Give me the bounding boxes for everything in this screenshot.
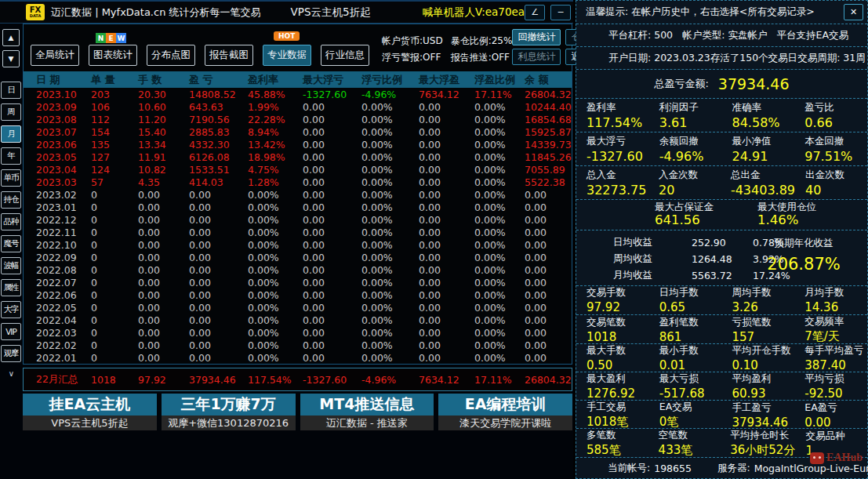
table-cell: 0.00 xyxy=(303,252,361,263)
toolbar-tab-2[interactable]: 图表统计 xyxy=(89,45,137,66)
table-row[interactable]: 2023.1020320.3014808.5245.88%-1327.60-4.… xyxy=(24,88,572,100)
toolbar-tab-3[interactable]: 分布点图 xyxy=(147,45,195,66)
sidebar-tab-10[interactable]: 属性 xyxy=(1,279,21,296)
table-row[interactable]: 2022.0700.000.000.00%0.000.00%0.000.00%0… xyxy=(24,276,572,288)
scroll-down-icon[interactable]: ▼ xyxy=(2,50,20,67)
banner-ad-3[interactable]: MT4推送信息迈汇数据 - 推送家 xyxy=(300,394,434,430)
stat-value: 14.36 xyxy=(804,300,867,314)
banner-ad-1[interactable]: 挂EA云主机VPS云主机5折起 xyxy=(23,394,157,430)
table-row[interactable]: 2022.0100.000.000.00%0.000.00%0.000.00%0… xyxy=(24,351,572,364)
table-cell: 0.00% xyxy=(474,201,525,213)
toolbar-tab-5[interactable]: 专业数据 xyxy=(263,45,311,66)
table-cell: 0 xyxy=(91,289,138,301)
table-cell: 1.28% xyxy=(248,176,303,188)
notice-text: 温馨提示: 在帐户历史中，右击选择<所有交易记录> xyxy=(586,5,815,19)
stat-item: 手工交易1018笔 xyxy=(576,401,649,430)
edit-pencil-button[interactable]: ∠ xyxy=(525,5,545,20)
account-info-item: 平台支持EA交易 xyxy=(777,29,848,42)
stats-profit-rate-group: 盈利率117.54%利润因子3.61准确率84.58%盈亏比0.66 xyxy=(576,99,867,132)
table-row[interactable]: 2022.1000.000.000.00%0.000.00%0.000.00%0… xyxy=(24,238,572,251)
table-cell: 643.63 xyxy=(189,101,248,113)
stat-label: 入金次数 xyxy=(659,169,721,182)
table-cell: 2022.05 xyxy=(36,302,91,314)
annual-return-label: 预期年化收益 xyxy=(754,237,853,250)
table-row[interactable]: 2023.0715415.402885.838.94%0.000.00%0.00… xyxy=(24,125,572,138)
stat-item: 盈利率117.54% xyxy=(576,101,649,130)
table-cell: 0.00 xyxy=(419,227,474,238)
stat-item: 亏损笔数157 xyxy=(722,316,795,344)
table-cell: 17.11% xyxy=(474,89,525,100)
table-row[interactable]: 2023.0811211.207190.5622.28%0.000.00%0.0… xyxy=(24,113,572,125)
table-cell: 0.00 xyxy=(303,201,361,213)
table-row[interactable]: 2022.0300.000.000.00%0.000.00%0.000.00%0… xyxy=(24,326,572,339)
table-row[interactable]: 2022.1100.000.000.00%0.000.00%0.000.00%0… xyxy=(24,226,572,238)
sidebar-tab-5[interactable]: 单币 xyxy=(1,169,21,187)
table-cell: 0.00% xyxy=(361,101,419,113)
account-label: 当前帐号: xyxy=(608,462,650,475)
toolbar-tab-6[interactable]: 行业信息 xyxy=(321,45,369,66)
table-cell: 2022.08 xyxy=(36,264,91,276)
table-row[interactable]: 2023.03574.35414.031.28%0.000.00%0.000.0… xyxy=(24,176,572,188)
stat-label: 平均亏损 xyxy=(804,372,867,386)
sidebar-tab-2[interactable]: 周 xyxy=(1,103,21,121)
col-header-1: 日 期 xyxy=(36,73,91,87)
table-cell: 0.00% xyxy=(474,227,525,238)
stat-label: EA交易 xyxy=(659,401,722,414)
table-row[interactable]: 2022.0200.000.000.00%0.000.00%0.000.00%0… xyxy=(24,339,572,351)
table-row[interactable]: 2022.0800.000.000.00%0.000.00%0.000.00%0… xyxy=(24,263,572,276)
stat-item: 最小净值24.91 xyxy=(722,135,795,164)
table-row[interactable]: 2022.0900.000.000.00%0.000.00%0.000.00%0… xyxy=(24,251,572,263)
sidebar-tab-12[interactable]: VIP xyxy=(1,323,21,340)
notice-bar: 温馨提示: 在帐户历史中，右击选择<所有交易记录> ✕ xyxy=(576,1,867,24)
sidebar-tab-4[interactable]: 年 xyxy=(1,147,21,165)
stat-item: 平均开仓手数0.10 xyxy=(722,344,795,372)
titlebar-ad-robot[interactable]: 喊单机器人V:ea70ea xyxy=(423,5,525,20)
col-header-10: 余 额 xyxy=(525,73,572,87)
minimize-button[interactable]: ─ xyxy=(550,5,571,20)
table-cell: 0.00 xyxy=(525,227,572,238)
toolbar-tabs: 全局统计NEW图表统计分布点图报告截图HOT专业数据行业信息 xyxy=(31,45,379,66)
sidebar-tab-6[interactable]: 持仓 xyxy=(1,191,21,209)
stat-button-3[interactable]: 利息统计 xyxy=(512,49,561,65)
table-cell: 20.30 xyxy=(138,89,189,100)
sidebar-tab-1[interactable]: 日 xyxy=(1,82,21,99)
sidebar-tab-9[interactable]: 波幅 xyxy=(1,257,21,274)
banner-title: MT4推送信息 xyxy=(300,394,434,415)
scroll-up-icon[interactable]: ▲ xyxy=(2,29,20,46)
table-cell: 0.00 xyxy=(303,214,361,226)
close-icon[interactable]: ✕ xyxy=(844,4,863,20)
sidebar-tab-11[interactable]: 大字 xyxy=(1,301,21,318)
toolbar-tab-4[interactable]: 报告截图 xyxy=(205,45,253,66)
toolbar-tab-1[interactable]: 全局统计 xyxy=(31,45,79,66)
stat-button-1[interactable]: 回撤统计 xyxy=(512,29,561,45)
stat-item: 余额回撤-4.96% xyxy=(649,135,722,164)
income-cell: 月均收益 xyxy=(613,269,692,282)
table-row[interactable]: 2023.0200.000.000.00%0.000.00%0.000.00%0… xyxy=(24,188,572,201)
banner-ad-4[interactable]: EA编程培训漆天交易学院开课啦 xyxy=(438,394,572,430)
hot-badge: HOT xyxy=(274,31,300,41)
table-row[interactable]: 2022.0500.000.000.00%0.000.00%0.000.00%0… xyxy=(24,301,572,314)
sidebar-tab-8[interactable]: 魔号 xyxy=(1,235,21,252)
stat-item: 空笔数433笔 xyxy=(648,429,721,458)
table-row[interactable]: 2022.1200.000.000.00%0.000.00%0.000.00%0… xyxy=(24,213,572,226)
table-row[interactable]: 2023.0100.000.000.00%0.000.00%0.000.00%0… xyxy=(24,201,572,213)
table-cell: 0.00% xyxy=(248,189,303,201)
sidebar-tab-13[interactable]: 观摩 xyxy=(1,345,21,362)
stat-label: 多笔数 xyxy=(587,429,648,442)
table-row[interactable]: 2023.0512711.916126.0818.98%0.000.00%0.0… xyxy=(24,151,572,163)
stat-item: 盈利笔数861 xyxy=(649,316,722,344)
banner-ad-2[interactable]: 三年1万赚7万观摩+微信13012870216 xyxy=(162,394,296,430)
table-row[interactable]: 2023.0412410.821533.514.75%0.000.00%0.00… xyxy=(24,163,572,176)
summary-cell: 117.54% xyxy=(248,374,303,386)
sidebar-more-icon[interactable]: ∨ xyxy=(0,369,23,378)
table-row[interactable]: 2023.0910610.60643.631.99%0.000.00%0.000… xyxy=(24,100,572,113)
app-title: 迈汇数据 | MyfxData.cn 统计分析每一笔交易 xyxy=(51,5,261,20)
table-row[interactable]: 2023.0613513.344332.3013.42%0.000.00%0.0… xyxy=(24,138,572,151)
table-cell: 0.00 xyxy=(419,264,474,276)
table-row[interactable]: 2022.0600.000.000.00%0.000.00%0.000.00%0… xyxy=(24,288,572,301)
table-cell: 0.00 xyxy=(138,227,189,238)
table-row[interactable]: 2022.0400.000.000.00%0.000.00%0.000.00%0… xyxy=(24,314,572,326)
sidebar-tab-7[interactable]: 品种 xyxy=(1,213,21,230)
sidebar-tab-3[interactable]: 月 xyxy=(1,125,21,143)
titlebar-ad-vps[interactable]: VPS云主机5折起 xyxy=(291,5,371,20)
